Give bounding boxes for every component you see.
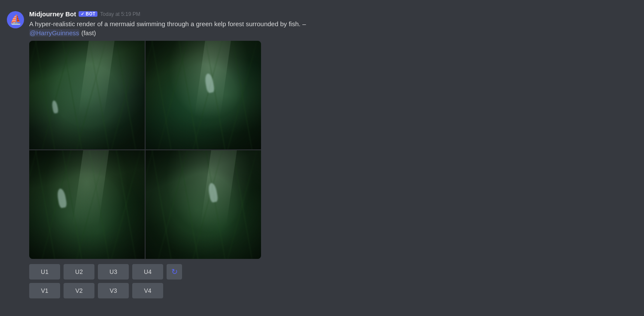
refresh-button[interactable]: ↻ bbox=[167, 264, 182, 280]
avatar-icon: ⛵ bbox=[10, 14, 21, 25]
prompt-content: A hyper-realistic render of a mermaid sw… bbox=[29, 20, 301, 27]
v2-button[interactable]: V2 bbox=[64, 283, 94, 298]
v4-button[interactable]: V4 bbox=[132, 283, 163, 298]
buttons-section: U1 U2 U3 U4 ↻ V1 V2 V3 V4 bbox=[29, 264, 330, 298]
buttons-row-2: V1 V2 V3 V4 bbox=[29, 283, 330, 298]
prompt-text: A hyper-realistic render of a mermaid sw… bbox=[29, 19, 330, 37]
image-bottom-right[interactable] bbox=[146, 150, 261, 259]
u2-button[interactable]: U2 bbox=[64, 264, 94, 280]
image-bottom-left[interactable] bbox=[29, 150, 145, 259]
message-header: Midjourney Bot ✓ BOT Today at 5:19 PM bbox=[29, 10, 330, 18]
mention-tag: @HarryGuinness bbox=[29, 29, 79, 36]
speed-tag: (fast) bbox=[81, 29, 96, 36]
u4-button[interactable]: U4 bbox=[132, 264, 163, 280]
bot-avatar: ⛵ bbox=[7, 11, 24, 28]
v3-button[interactable]: V3 bbox=[98, 283, 129, 298]
v1-button[interactable]: V1 bbox=[29, 283, 60, 298]
bot-badge: ✓ BOT bbox=[79, 11, 97, 17]
image-top-right[interactable] bbox=[146, 41, 261, 149]
u1-button[interactable]: U1 bbox=[29, 264, 60, 280]
image-grid[interactable] bbox=[29, 41, 261, 259]
checkmark-icon: ✓ bbox=[81, 12, 85, 16]
message-container: ⛵ Midjourney Bot ✓ BOT Today at 5:19 PM … bbox=[0, 7, 644, 302]
image-top-left[interactable] bbox=[29, 41, 145, 149]
prompt-dash-char: – bbox=[302, 20, 306, 27]
bot-badge-label: BOT bbox=[86, 12, 96, 16]
refresh-icon: ↻ bbox=[171, 267, 178, 276]
u3-button[interactable]: U3 bbox=[98, 264, 129, 280]
bot-name: Midjourney Bot bbox=[29, 10, 76, 18]
message-timestamp: Today at 5:19 PM bbox=[100, 11, 140, 17]
buttons-row-1: U1 U2 U3 U4 ↻ bbox=[29, 264, 330, 280]
message-body: Midjourney Bot ✓ BOT Today at 5:19 PM A … bbox=[29, 10, 330, 298]
